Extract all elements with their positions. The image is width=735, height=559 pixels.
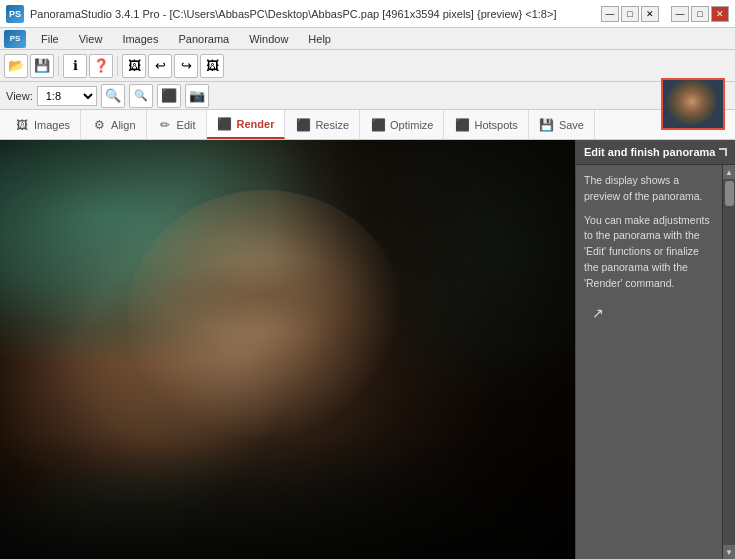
wf-save-btn[interactable]: 💾 Save [529, 110, 595, 139]
wf-edit-btn[interactable]: ✏ Edit [147, 110, 207, 139]
panel-text-area: The display shows a preview of the panor… [576, 165, 722, 559]
menu-images[interactable]: Images [113, 30, 167, 48]
tb-open-btn[interactable]: 📂 [4, 54, 28, 78]
resize-icon: ⬛ [295, 117, 311, 133]
tb-save-btn[interactable]: 💾 [30, 54, 54, 78]
view-label: View: [6, 90, 33, 102]
images-icon: 🖼 [14, 117, 30, 133]
tb-sep2 [117, 56, 118, 76]
wf-hotspots-label: Hotspots [474, 119, 517, 131]
canvas-area [0, 140, 575, 559]
scroll-down-btn[interactable]: ▼ [723, 545, 736, 559]
panel-para1: The display shows a preview of the panor… [584, 173, 714, 205]
panel-title: Edit and finish panorama [584, 146, 715, 158]
menu-logo: PS [4, 30, 26, 48]
hotspots-icon: ⬛ [454, 117, 470, 133]
view-zoom-select[interactable]: 1:8 1:4 1:2 1:1 [37, 86, 97, 106]
wf-align-label: Align [111, 119, 135, 131]
tb-sep1 [58, 56, 59, 76]
menu-bar: PS File View Images Panorama Window Help [0, 28, 735, 50]
edit-icon: ✏ [157, 117, 173, 133]
toolbar1: 📂 💾 ℹ ❓ 🖼 ↩ ↪ 🖼 [0, 50, 735, 82]
wf-images-btn[interactable]: 🖼 Images [4, 110, 81, 139]
panel-scrollbar: ▲ ▼ [722, 165, 735, 559]
optimize-icon: ⬛ [370, 117, 386, 133]
right-panel: Edit and finish panorama The display sho… [575, 140, 735, 559]
secondary-close-btn[interactable]: ✕ [641, 6, 659, 22]
tb-undo-btn[interactable]: ↩ [148, 54, 172, 78]
tb-img2-btn[interactable]: 🖼 [200, 54, 224, 78]
menu-help[interactable]: Help [299, 30, 340, 48]
panel-body: The display shows a preview of the panor… [576, 165, 735, 559]
menu-view[interactable]: View [70, 30, 112, 48]
zoom-in-btn[interactable]: 🔍 [101, 84, 125, 108]
app-logo: PS [6, 5, 24, 23]
title-bar-left: PS PanoramaStudio 3.4.1 Pro - [C:\Users\… [6, 5, 556, 23]
wf-render-label: Render [237, 118, 275, 130]
panorama-preview [0, 140, 575, 559]
tb-help-btn[interactable]: ❓ [89, 54, 113, 78]
main-area: Edit and finish panorama The display sho… [0, 140, 735, 559]
wf-resize-label: Resize [315, 119, 349, 131]
wf-hotspots-btn[interactable]: ⬛ Hotspots [444, 110, 528, 139]
window-title: PanoramaStudio 3.4.1 Pro - [C:\Users\Abb… [30, 8, 556, 20]
render-icon: ⬛ [217, 116, 233, 132]
wf-edit-label: Edit [177, 119, 196, 131]
menu-file[interactable]: File [32, 30, 68, 48]
tb-info-btn[interactable]: ℹ [63, 54, 87, 78]
align-icon: ⚙ [91, 117, 107, 133]
toolbar2-view: View: 1:8 1:4 1:2 1:1 🔍 🔍 ⬛ 📷 [0, 82, 735, 110]
thumbnail-image [663, 80, 723, 128]
wf-optimize-btn[interactable]: ⬛ Optimize [360, 110, 444, 139]
title-bar-controls: — □ ✕ — □ ✕ [601, 6, 729, 22]
panel-action-icon: ↗ [584, 299, 714, 328]
panel-header: Edit and finish panorama [576, 140, 735, 165]
workflow-bar: 🖼 Images ⚙ Align ✏ Edit ⬛ Render ⬛ Resiz… [0, 110, 735, 140]
thumbnail-preview [661, 78, 725, 130]
maximize-btn[interactable]: □ [691, 6, 709, 22]
wf-images-label: Images [34, 119, 70, 131]
secondary-minimize-btn[interactable]: — [601, 6, 619, 22]
save-workflow-icon: 💾 [539, 117, 555, 133]
tb-redo-btn[interactable]: ↪ [174, 54, 198, 78]
title-bar: PS PanoramaStudio 3.4.1 Pro - [C:\Users\… [0, 0, 735, 28]
scroll-up-btn[interactable]: ▲ [723, 165, 736, 179]
zoom-fit-btn[interactable]: ⬛ [157, 84, 181, 108]
wf-resize-btn[interactable]: ⬛ Resize [285, 110, 360, 139]
panel-para2: You can make adjustments to the panorama… [584, 213, 714, 292]
close-btn[interactable]: ✕ [711, 6, 729, 22]
wf-align-btn[interactable]: ⚙ Align [81, 110, 146, 139]
tb-img1-btn[interactable]: 🖼 [122, 54, 146, 78]
scroll-track [723, 179, 735, 545]
wf-render-btn[interactable]: ⬛ Render [207, 110, 286, 139]
zoom-out-btn[interactable]: 🔍 [129, 84, 153, 108]
wf-optimize-label: Optimize [390, 119, 433, 131]
wf-save-label: Save [559, 119, 584, 131]
menu-window[interactable]: Window [240, 30, 297, 48]
panel-collapse-icon[interactable] [719, 148, 727, 156]
secondary-maximize-btn[interactable]: □ [621, 6, 639, 22]
menu-panorama[interactable]: Panorama [169, 30, 238, 48]
screenshot-btn[interactable]: 📷 [185, 84, 209, 108]
panel-content: The display shows a preview of the panor… [576, 165, 722, 336]
scroll-thumb [725, 181, 734, 206]
minimize-btn[interactable]: — [671, 6, 689, 22]
